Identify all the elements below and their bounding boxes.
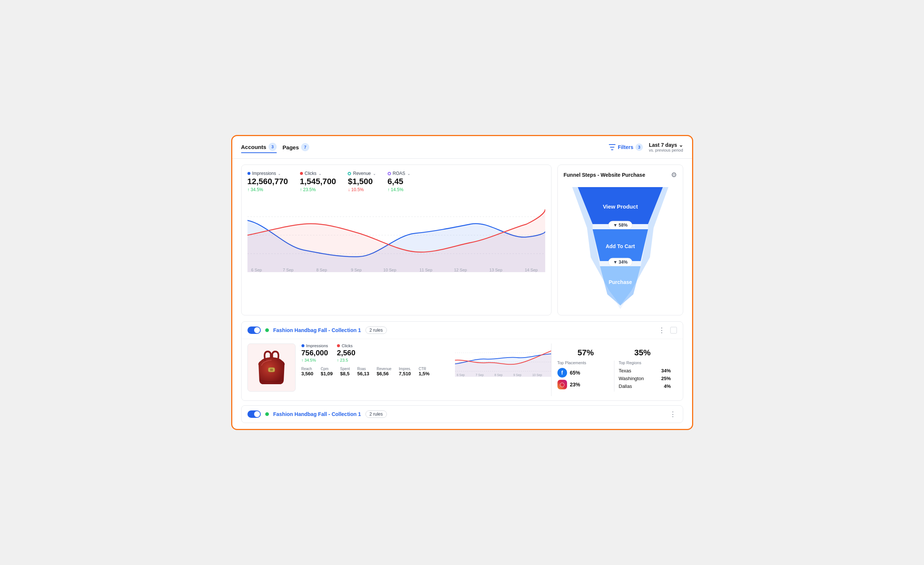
date-range-selector[interactable]: Last 7 days ⌄ vs. previous period	[649, 142, 683, 152]
small-stat-reach: Reach 3,560	[302, 367, 314, 376]
campaign-toggle-2[interactable]	[248, 411, 261, 418]
revenue-dot	[348, 172, 351, 175]
fb-pct: 65%	[570, 370, 580, 376]
revenue-change: ↓ 10.5%	[348, 187, 375, 192]
region-dallas: Dallas 4%	[619, 384, 671, 389]
campaign-card-1: Fashion Handbag Fall - Collection 1 2 ru…	[241, 321, 683, 401]
more-options-icon[interactable]: ⋮	[658, 326, 666, 334]
partial-rules-badge[interactable]: 2 rules	[366, 411, 387, 418]
rules-badge[interactable]: 2 rules	[366, 327, 387, 334]
campaign-image	[248, 343, 296, 391]
campaign-body-1: Impressions 756,000 ↑ 34.5% Clicks	[242, 339, 683, 400]
instagram-placement: ◯ 23%	[557, 380, 610, 390]
campaign-checkbox[interactable]	[670, 327, 677, 334]
svg-text:6 Sep: 6 Sep	[251, 268, 262, 272]
pages-tab-label: Pages	[283, 144, 299, 150]
svg-text:11 Sep: 11 Sep	[419, 268, 432, 272]
date-range-label: Last 7 days ⌄	[649, 142, 683, 148]
chart-panel: Impressions ⌄ 12,560,770 ↑ 34.5% Clicks	[241, 165, 552, 315]
impressions-dot	[302, 344, 304, 347]
partial-campaign-name[interactable]: Fashion Handbag Fall - Collection 1	[273, 411, 361, 417]
svg-text:8 Sep: 8 Sep	[316, 268, 327, 272]
tab-pages[interactable]: Pages 7	[283, 142, 309, 153]
svg-text:10 Sep: 10 Sep	[532, 373, 542, 377]
campaign-header-1: Fashion Handbag Fall - Collection 1 2 ru…	[242, 322, 683, 339]
top-section: Impressions ⌄ 12,560,770 ↑ 34.5% Clicks	[241, 165, 683, 315]
metric-revenue: Revenue ⌄ $1,500 ↓ 10.5%	[348, 171, 375, 192]
roas-change: ↑ 14.5%	[388, 187, 410, 192]
campaign-header-right: ⋮	[658, 326, 677, 334]
region-col: Top Regions Texas 34% Washington 25% Dal…	[614, 361, 671, 391]
campaign-right-panel: 57% 35% Top Placements f 65% ◯	[551, 343, 677, 396]
header-right: Filters 3 Last 7 days ⌄ vs. previous per…	[609, 142, 683, 152]
roas-value: 6,45	[388, 177, 410, 186]
metrics-row: Impressions ⌄ 12,560,770 ↑ 34.5% Clicks	[248, 171, 545, 192]
roas-dot	[388, 172, 391, 175]
svg-text:▼ 58%: ▼ 58%	[613, 223, 628, 228]
campaign-stats: Impressions 756,000 ↑ 34.5% Clicks	[296, 343, 455, 396]
facebook-icon: f	[557, 368, 567, 378]
small-stat-cpm: Cpm $1,09	[321, 367, 333, 376]
chart-svg: 6 Sep 7 Sep 8 Sep 9 Sep 10 Sep 11 Sep 12…	[248, 198, 545, 272]
metric-clicks: Clicks ⌄ 1,545,700 ↑ 23.5%	[300, 171, 336, 192]
campaign-status-dot	[265, 328, 269, 332]
gear-icon[interactable]: ⚙	[671, 171, 677, 179]
clicks-change: ↑ 23.5	[337, 358, 356, 363]
svg-text:7 Sep: 7 Sep	[283, 268, 293, 272]
mini-chart-svg: 6 Sep 7 Sep 8 Sep 9 Sep 10 Sep	[455, 343, 551, 377]
accounts-tab-label: Accounts	[241, 144, 266, 150]
campaign-status-dot-2	[265, 412, 269, 416]
clicks-value: 2,560	[337, 349, 356, 357]
funnel-svg: View Product ▼ 58% Add To Cart ▼ 34%	[568, 183, 672, 309]
perc-row: 57% 35%	[557, 348, 671, 358]
up-arrow-icon: ↑	[388, 187, 390, 192]
svg-text:Purchase: Purchase	[609, 279, 632, 285]
campaign-toggle[interactable]	[248, 327, 261, 334]
chevron-down-icon: ⌄	[373, 172, 376, 175]
small-stat-spent: Spent $8,5	[340, 367, 350, 376]
clicks-change: ↑ 23.5%	[300, 187, 336, 192]
small-stat-ctr: CTR 1,5%	[419, 367, 430, 376]
partial-header-right: ⋮	[669, 410, 677, 418]
svg-text:7 Sep: 7 Sep	[476, 373, 483, 377]
clicks-value: 1,545,700	[300, 177, 336, 186]
chevron-down-icon: ⌄	[679, 142, 683, 148]
small-stat-impres: Impres. 7,510	[399, 367, 411, 376]
stats-metrics: Impressions 756,000 ↑ 34.5% Clicks	[302, 343, 449, 363]
impressions-value: 12,560,770	[248, 177, 288, 186]
up-arrow-icon: ↑	[337, 358, 339, 363]
funnel-panel: Funnel Steps - Website Purchase ⚙ View P…	[557, 165, 683, 315]
tab-accounts[interactable]: Accounts 3	[241, 141, 277, 153]
app-container: Accounts 3 Pages 7 Filters 3 Last 7 days…	[231, 135, 693, 430]
clicks-dot	[300, 172, 303, 175]
placement-region: Top Placements f 65% ◯ 23% Top Regio	[557, 361, 671, 391]
filter-icon	[609, 144, 615, 150]
ig-pct: 23%	[570, 382, 580, 388]
down-arrow-icon: ↓	[348, 187, 350, 192]
metric-impressions: Impressions ⌄ 12,560,770 ↑ 34.5%	[248, 171, 288, 192]
chevron-down-icon: ⌄	[278, 172, 281, 175]
header: Accounts 3 Pages 7 Filters 3 Last 7 days…	[232, 136, 692, 159]
svg-text:▼ 34%: ▼ 34%	[613, 259, 628, 265]
up-arrow-icon: ↑	[248, 187, 250, 192]
campaign-header-left: Fashion Handbag Fall - Collection 1 2 ru…	[248, 327, 387, 334]
svg-text:10 Sep: 10 Sep	[383, 268, 396, 272]
clicks-dot	[337, 344, 340, 347]
chevron-down-icon: ⌄	[318, 172, 321, 175]
more-options-icon-2[interactable]: ⋮	[669, 410, 677, 418]
svg-text:8 Sep: 8 Sep	[494, 373, 502, 377]
funnel-header: Funnel Steps - Website Purchase ⚙	[564, 171, 677, 179]
svg-text:View Product: View Product	[603, 203, 638, 210]
svg-text:14 Sep: 14 Sep	[525, 268, 537, 272]
perc-2: 35%	[634, 348, 651, 358]
filter-label: Filters	[618, 144, 633, 150]
top-placements-title: Top Placements	[557, 361, 610, 365]
small-stat-revenue: Revenue $6,56	[376, 367, 392, 376]
svg-text:9 Sep: 9 Sep	[513, 373, 521, 377]
campaign-name[interactable]: Fashion Handbag Fall - Collection 1	[273, 327, 361, 333]
svg-text:13 Sep: 13 Sep	[489, 268, 502, 272]
impressions-dot	[248, 172, 250, 175]
filter-button[interactable]: Filters 3	[609, 144, 643, 151]
impressions-change: ↑ 34.5%	[302, 358, 328, 363]
header-tabs: Accounts 3 Pages 7	[241, 141, 310, 153]
